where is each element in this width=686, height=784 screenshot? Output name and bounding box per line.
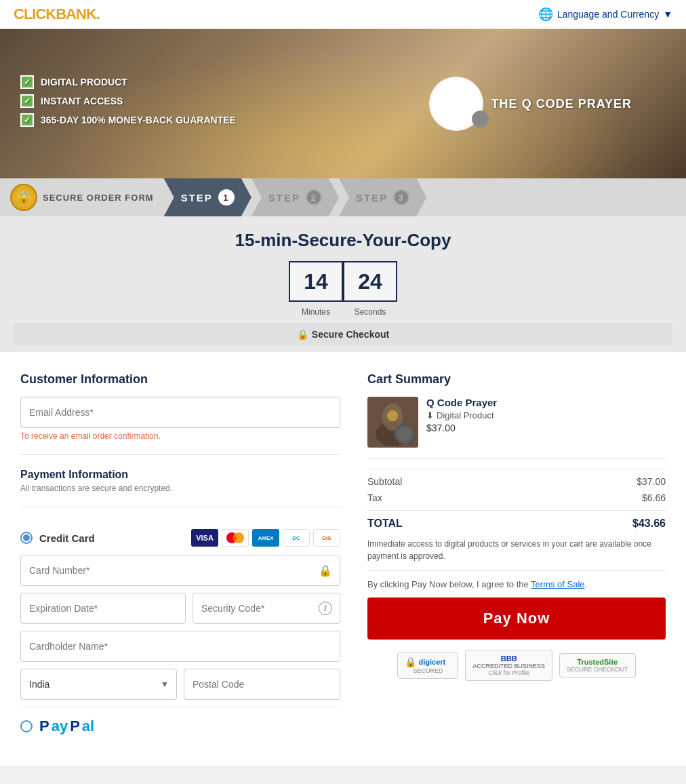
cart-summary-title: Cart Summary xyxy=(367,372,666,387)
total-divider xyxy=(367,510,666,511)
paypal-radio[interactable] xyxy=(20,720,33,732)
svg-point-8 xyxy=(406,437,410,441)
trust-badges: 🔒 digicert SECURED BBB ACCREDITED BUSINE… xyxy=(367,650,666,681)
cardholder-name-input[interactable] xyxy=(20,631,340,662)
terms-of-sale-link[interactable]: Terms of Sale xyxy=(531,579,584,589)
step-3: STEP 3 xyxy=(339,178,426,216)
globe-icon: 🌐 xyxy=(538,7,553,22)
timer-display: 14 24 xyxy=(14,261,672,302)
secure-checkout-text: Secure Checkout xyxy=(312,329,389,340)
left-column: Customer Information To receive an email… xyxy=(20,372,340,745)
lock-icon: 🔒 xyxy=(319,564,332,577)
timer-title: 15-min-Secure-Your-Copy xyxy=(14,230,672,251)
subtotal-value: $37.00 xyxy=(637,476,666,487)
product-name: Q Code Prayer xyxy=(426,397,497,408)
credit-card-label: Credit Card xyxy=(39,532,95,544)
security-code-wrapper: i xyxy=(193,593,340,624)
credit-card-option[interactable]: Credit Card VISA AMEX DC DIS xyxy=(20,521,340,555)
card-icons: VISA AMEX DC DIS xyxy=(191,529,340,547)
total-value: $43.66 xyxy=(632,517,666,530)
secure-form-text: SECURE ORDER FORM xyxy=(43,193,154,203)
feature-guarantee: ✓ 365-DAY 100% MONEY-BACK GUARANTEE xyxy=(20,113,236,127)
expiry-input[interactable] xyxy=(20,593,186,624)
header: CLICKBANK. 🌐 Language and Currency ▼ xyxy=(0,0,686,29)
terms-end: . xyxy=(585,579,588,589)
chevron-down-icon: ▼ xyxy=(161,680,169,689)
lang-currency-label: Language and Currency xyxy=(557,9,659,20)
product-thumbnail xyxy=(367,397,418,448)
diners-icon: DC xyxy=(283,529,310,547)
credit-card-radio[interactable] xyxy=(20,532,33,544)
secure-order-label: 🔒 SECURE ORDER FORM xyxy=(0,184,164,211)
banner: ✓ DIGITAL PRODUCT ✓ INSTANT ACCESS ✓ 365… xyxy=(0,29,686,178)
secure-checkout-label: 🔒 Secure Checkout xyxy=(14,324,672,345)
minutes-label: Minutes xyxy=(289,307,343,317)
digicert-badge: 🔒 digicert SECURED xyxy=(397,652,458,679)
info-icon: i xyxy=(319,602,332,615)
svg-point-6 xyxy=(401,432,415,446)
step3-number: 3 xyxy=(393,189,409,205)
banner-features: ✓ DIGITAL PRODUCT ✓ INSTANT ACCESS ✓ 365… xyxy=(20,75,236,132)
step1-number: 1 xyxy=(218,189,235,205)
lock-badge-icon: 🔒 xyxy=(10,184,37,211)
country-postal-row: India United States United Kingdom ▼ xyxy=(20,669,340,700)
paypal-logo: PayPal xyxy=(39,718,94,735)
card-details-row: i xyxy=(20,593,340,624)
checkmark-icon: ✓ xyxy=(20,75,34,89)
cart-divider xyxy=(367,469,666,469)
main-content: Customer Information To receive an email… xyxy=(0,352,686,766)
step2-number: 2 xyxy=(306,189,322,205)
product-logo-circle xyxy=(429,77,483,131)
card-number-input[interactable] xyxy=(20,555,340,586)
chevron-down-icon: ▼ xyxy=(663,9,672,20)
feature-guarantee-label: 365-DAY 100% MONEY-BACK GUARANTEE xyxy=(41,115,236,125)
visa-icon: VISA xyxy=(191,529,218,547)
bbb-badge: BBB ACCREDITED BUSINESS Click for Profil… xyxy=(465,650,552,681)
feature-instant-label: INSTANT ACCESS xyxy=(41,96,123,106)
subtotal-label: Subtotal xyxy=(367,476,402,487)
country-wrapper: India United States United Kingdom ▼ xyxy=(20,669,177,700)
step2-label: STEP xyxy=(268,192,300,203)
trustedsite-badge: TrustedSite SECURE CHECKOUT xyxy=(559,653,636,678)
section-divider xyxy=(20,454,340,455)
timer-minutes: 14 xyxy=(289,261,343,302)
payment-sub-title: All transactions are secure and encrypte… xyxy=(20,484,340,493)
product-price: $37.00 xyxy=(426,423,497,433)
paypal-option[interactable]: PayPal xyxy=(20,707,340,745)
svg-point-7 xyxy=(403,434,413,444)
mastercard-icon xyxy=(222,529,249,547)
steps-bar: 🔒 SECURE ORDER FORM STEP 1 STEP 2 STEP 3 xyxy=(0,178,686,216)
seconds-label: Seconds xyxy=(343,307,397,317)
timer-seconds: 24 xyxy=(343,261,397,302)
step-2: STEP 2 xyxy=(251,178,339,216)
clickbank-logo: CLICKBANK. xyxy=(14,5,100,23)
country-select[interactable]: India United States United Kingdom xyxy=(20,669,177,700)
discover-icon: DIS xyxy=(313,529,340,547)
svg-point-5 xyxy=(387,410,398,421)
tax-label: Tax xyxy=(367,492,382,503)
postal-code-wrapper xyxy=(184,669,340,700)
timer-section: 15-min-Secure-Your-Copy 14 24 Minutes Se… xyxy=(0,216,686,352)
total-row: TOTAL $43.66 xyxy=(367,517,666,530)
download-icon: ⬇ xyxy=(426,410,434,420)
cart-item: Q Code Prayer ⬇ Digital Product $37.00 xyxy=(367,397,666,458)
checkmark-icon: ✓ xyxy=(20,113,34,127)
tax-row: Tax $6.66 xyxy=(367,492,666,503)
lock-icon: 🔒 xyxy=(297,329,308,340)
checkmark-icon: ✓ xyxy=(20,94,34,108)
cardholder-name-wrapper xyxy=(20,631,340,662)
amex-icon: AMEX xyxy=(252,529,279,547)
payment-divider xyxy=(20,507,340,507)
payment-info-title: Payment Information xyxy=(20,469,340,481)
email-input[interactable] xyxy=(20,397,340,428)
language-currency-selector[interactable]: 🌐 Language and Currency ▼ xyxy=(538,7,672,22)
card-number-wrapper: 🔒 xyxy=(20,555,340,586)
product-type: ⬇ Digital Product xyxy=(426,410,497,420)
timer-labels: Minutes Seconds xyxy=(14,307,672,317)
pay-now-button[interactable]: Pay Now xyxy=(367,597,666,640)
step3-label: STEP xyxy=(356,192,388,203)
subtotal-row: Subtotal $37.00 xyxy=(367,476,666,487)
tax-value: $6.66 xyxy=(642,492,666,503)
feature-digital-label: DIGITAL PRODUCT xyxy=(41,77,127,87)
postal-code-input[interactable] xyxy=(184,669,340,700)
